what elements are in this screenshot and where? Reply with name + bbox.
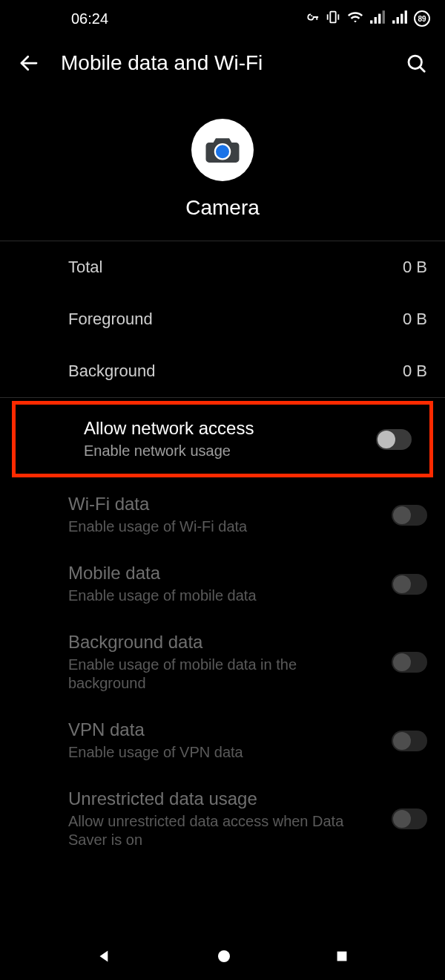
svg-rect-4 <box>375 17 377 24</box>
svg-rect-17 <box>337 952 347 961</box>
vpn-key-icon <box>303 9 319 29</box>
svg-rect-0 <box>330 11 335 22</box>
back-arrow-icon <box>18 52 40 74</box>
setting-title: Allow network access <box>84 418 361 439</box>
toggle-mobile-data[interactable] <box>392 574 427 595</box>
toggle-background-data[interactable] <box>392 652 427 673</box>
toggle-wifi-data[interactable] <box>392 505 427 526</box>
camera-icon <box>202 130 243 170</box>
triangle-back-icon <box>95 947 114 966</box>
nav-back-button[interactable] <box>95 947 114 969</box>
setting-sub: Allow unrestricted data access when Data… <box>68 812 377 849</box>
usage-total-row: Total 0 B <box>0 241 445 293</box>
app-header: Camera <box>0 89 445 241</box>
toggle-knob <box>378 431 395 448</box>
svg-rect-5 <box>378 13 380 23</box>
setting-sub: Enable usage of mobile data <box>68 587 377 605</box>
setting-text: Background data Enable usage of mobile d… <box>68 632 392 693</box>
toggle-knob <box>393 506 411 524</box>
toggle-knob <box>393 732 411 750</box>
app-icon <box>191 119 254 181</box>
usage-foreground-value: 0 B <box>403 310 427 329</box>
setting-sub: Enable usage of mobile data in the backg… <box>68 656 377 693</box>
setting-wifi-data[interactable]: Wi-Fi data Enable usage of Wi-Fi data <box>0 480 445 549</box>
svg-rect-7 <box>392 20 395 23</box>
svg-point-16 <box>218 950 230 962</box>
usage-foreground-row: Foreground 0 B <box>0 293 445 345</box>
setting-text: Wi-Fi data Enable usage of Wi-Fi data <box>68 494 392 536</box>
status-bar: 06:24 89 <box>0 0 445 37</box>
nav-recents-button[interactable] <box>334 948 350 967</box>
setting-text: Allow network access Enable network usag… <box>84 418 376 460</box>
svg-line-13 <box>420 67 424 71</box>
app-name: Camera <box>185 196 260 220</box>
system-nav-bar <box>0 935 445 980</box>
usage-background-row: Background 0 B <box>0 345 445 397</box>
setting-text: Unrestricted data usage Allow unrestrict… <box>68 788 392 849</box>
setting-sub: Enable usage of Wi-Fi data <box>68 517 377 536</box>
square-recents-icon <box>334 948 350 964</box>
vibrate-icon <box>325 9 341 29</box>
toggle-knob <box>393 575 411 593</box>
svg-rect-6 <box>383 10 385 24</box>
app-bar: Mobile data and Wi-Fi <box>0 37 445 89</box>
back-button[interactable] <box>18 52 40 74</box>
setting-text: VPN data Enable usage of VPN data <box>68 719 392 762</box>
usage-total-value: 0 B <box>403 258 427 277</box>
setting-mobile-data[interactable]: Mobile data Enable usage of mobile data <box>0 549 445 618</box>
setting-sub: Enable network usage <box>84 442 361 460</box>
signal-icon-2 <box>392 9 408 29</box>
setting-title: Background data <box>68 632 377 653</box>
usage-background-label: Background <box>68 362 155 381</box>
highlight-allow-network: Allow network access Enable network usag… <box>12 401 433 477</box>
svg-rect-3 <box>370 20 372 23</box>
setting-unrestricted-data[interactable]: Unrestricted data usage Allow unrestrict… <box>0 775 445 863</box>
setting-title: VPN data <box>68 719 377 740</box>
usage-total-label: Total <box>68 258 102 277</box>
setting-allow-network[interactable]: Allow network access Enable network usag… <box>16 405 429 474</box>
divider <box>0 397 445 398</box>
nav-home-button[interactable] <box>215 947 233 968</box>
battery-badge: 89 <box>414 10 430 27</box>
wifi-icon <box>347 9 363 29</box>
setting-text: Mobile data Enable usage of mobile data <box>68 563 392 605</box>
circle-home-icon <box>215 947 233 965</box>
svg-rect-10 <box>405 10 407 24</box>
usage-background-value: 0 B <box>403 362 427 381</box>
page-title: Mobile data and Wi-Fi <box>61 51 384 75</box>
svg-rect-8 <box>397 17 399 24</box>
status-icons: 89 <box>303 9 430 29</box>
status-time: 06:24 <box>71 10 108 27</box>
svg-rect-9 <box>400 13 403 23</box>
usage-foreground-label: Foreground <box>68 310 153 329</box>
setting-title: Unrestricted data usage <box>68 788 377 809</box>
setting-background-data[interactable]: Background data Enable usage of mobile d… <box>0 618 445 706</box>
setting-title: Wi-Fi data <box>68 494 377 514</box>
setting-sub: Enable usage of VPN data <box>68 743 377 762</box>
toggle-knob <box>393 810 411 828</box>
signal-icon <box>369 9 386 29</box>
toggle-knob <box>393 653 411 671</box>
search-button[interactable] <box>405 52 427 74</box>
toggle-allow-network[interactable] <box>376 429 412 450</box>
search-icon <box>405 52 427 74</box>
toggle-vpn-data[interactable] <box>392 731 427 751</box>
setting-title: Mobile data <box>68 563 377 584</box>
setting-vpn-data[interactable]: VPN data Enable usage of VPN data <box>0 706 445 775</box>
toggle-unrestricted-data[interactable] <box>392 808 427 829</box>
